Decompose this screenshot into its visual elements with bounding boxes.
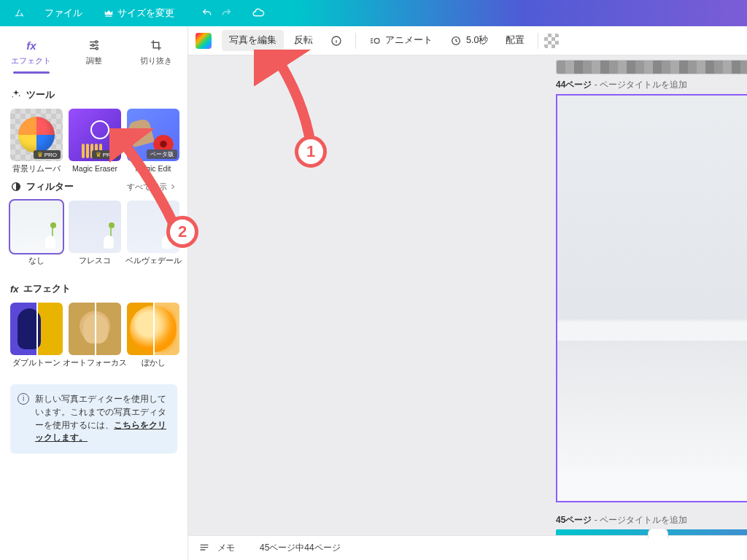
tool-bg-remover-thumb: ♛PRO [10,109,63,161]
color-picker[interactable] [196,33,212,49]
left-side-panel: fx エフェクト 調整 切り抜き ツール ♛PRO 背景リムーバ [0,26,188,560]
home-menu[interactable]: ム [7,4,31,23]
filter-none[interactable]: なし [10,201,63,266]
tab-effects[interactable]: fx エフェクト [0,34,63,74]
timeline-strip[interactable] [556,60,747,74]
svg-point-1 [92,44,94,47]
pro-badge: ♛PRO [92,150,119,159]
expand-handle[interactable] [648,528,668,538]
edit-photo-button[interactable]: 写真を編集 [222,30,284,51]
fx-blur[interactable]: ぼかし [127,303,179,368]
tool-magic-edit-thumb: ベータ版 [127,109,179,161]
context-toolbar: 写真を編集 反転 アニメート 5.0秒 配置 [188,26,747,55]
cloud-sync-icon[interactable] [252,7,265,20]
fx-duotone-label: ダブルトーン [12,358,61,368]
svg-point-3 [19,96,20,97]
filters-show-all[interactable]: すべて表示 [127,182,177,192]
tool-bg-remover[interactable]: ♛PRO 背景リムーバ [10,109,63,174]
fx-duotone[interactable]: ダブルトーン [10,303,63,368]
fx-autofocus-thumb [69,303,121,355]
filter-belvedere-label: ベルヴェデール [125,256,182,266]
tab-adjust[interactable]: 調整 [63,34,125,74]
filter-none-thumb [10,201,63,253]
tab-adjust-label: 調整 [86,55,102,66]
sliders-icon [87,38,101,52]
filter-fresco[interactable]: フレスコ [69,201,121,266]
fx-blur-thumb [127,303,179,355]
svg-point-2 [96,47,98,50]
page-44-header[interactable]: 44ページ - ページタイトルを追加 [556,79,747,91]
fx-duotone-thumb [10,303,63,355]
page-44-frame[interactable] [556,94,747,502]
filter-fresco-thumb [69,201,121,253]
position-button[interactable]: 配置 [498,30,532,51]
tool-magic-eraser[interactable]: ♛PRO Magic Eraser [69,109,121,174]
svg-point-0 [95,41,97,43]
beta-badge: ベータ版 [147,149,177,159]
section-filters-title: フィルター [10,180,74,193]
tool-magic-eraser-label: Magic Eraser [72,164,117,173]
top-menu-bar: ム ファイル サイズを変更 [0,0,747,26]
info-icon: i [18,393,29,405]
svg-point-4 [12,96,13,97]
info-icon [330,35,342,47]
notes-label[interactable]: メモ [217,542,235,554]
motion-icon [369,35,381,47]
info-button[interactable] [323,31,349,51]
tab-crop-label: 切り抜き [140,55,172,66]
duration-button[interactable]: 5.0秒 [443,30,495,51]
selected-image[interactable] [557,96,747,501]
sparkle-icon [10,89,22,101]
tool-magic-edit[interactable]: ベータ版 Magic Edit [127,109,179,174]
filter-fresco-label: フレスコ [79,256,111,266]
tool-magic-eraser-thumb: ♛PRO [69,109,121,161]
fx-autofocus[interactable]: オートフォーカス [69,303,121,368]
undo-icon[interactable] [201,7,214,20]
filter-belvedere[interactable]: ベルヴェデール [127,201,179,266]
file-menu[interactable]: ファイル [37,4,90,23]
redo-icon[interactable] [220,7,233,20]
resize-menu[interactable]: サイズを変更 [96,4,182,23]
tab-effects-label: エフェクト [11,55,51,66]
canvas-area: 写真を編集 反転 アニメート 5.0秒 配置 44ページ - ページタイトルを追… [188,26,747,560]
filter-none-label: なし [28,256,44,266]
bottom-bar: メモ 45ページ中44ページ [188,535,747,560]
editor-notice: i 新しい写真エディターを使用しています。これまでの写真エディターを使用するには… [10,384,177,454]
crown-icon [103,7,115,19]
flip-button[interactable]: 反転 [287,30,320,51]
clock-icon [450,35,462,47]
tool-bg-remover-label: 背景リムーバ [12,164,61,174]
animate-button[interactable]: アニメート [362,30,440,51]
circle-half-icon [10,181,22,192]
section-tools-title: ツール [10,88,177,101]
section-fx-title: fx エフェクト [10,282,177,295]
fx-blur-label: ぼかし [142,358,166,368]
notes-icon[interactable] [198,542,210,554]
pro-badge: ♛PRO [34,150,61,159]
crop-icon [149,38,163,52]
svg-point-7 [374,38,379,43]
filter-belvedere-thumb [127,201,179,253]
panel-tab-strip: fx エフェクト 調整 切り抜き [0,26,187,74]
canvas-scroll[interactable]: 44ページ - ページタイトルを追加 45ページ - ページタイトルを追加 [188,55,747,535]
tab-crop[interactable]: 切り抜き [125,34,187,74]
tool-magic-edit-label: Magic Edit [135,164,171,173]
fx-icon: fx [24,38,39,52]
page-counter: 45ページ中44ページ [260,542,341,554]
page-45-header[interactable]: 45ページ - ページタイトルを追加 [556,514,747,526]
fx-autofocus-label: オートフォーカス [63,358,127,368]
transparency-button[interactable] [544,34,559,48]
